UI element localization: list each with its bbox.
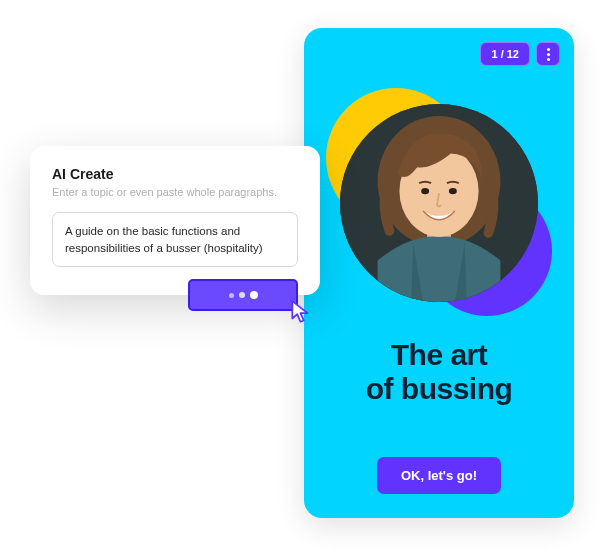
- kebab-menu-button[interactable]: [536, 42, 560, 66]
- start-lesson-button[interactable]: OK, let's go!: [377, 457, 501, 494]
- avatar: [340, 104, 538, 302]
- lesson-title-line1: The art: [304, 338, 574, 372]
- svg-point-4: [421, 188, 429, 194]
- svg-point-5: [449, 188, 457, 194]
- lesson-title: The art of bussing: [304, 338, 574, 405]
- ai-create-panel: AI Create Enter a topic or even paste wh…: [30, 146, 320, 295]
- loading-dot-icon: [250, 291, 258, 299]
- ai-create-subtitle: Enter a topic or even paste whole paragr…: [52, 186, 298, 198]
- ai-create-title: AI Create: [52, 166, 298, 182]
- loading-dot-icon: [239, 292, 245, 298]
- lesson-preview-card: 1 / 12: [304, 28, 574, 518]
- lesson-title-line2: of bussing: [304, 372, 574, 406]
- ai-topic-input[interactable]: A guide on the basic functions and respo…: [52, 212, 298, 267]
- cursor-icon: [288, 299, 314, 325]
- page-counter: 1 / 12: [480, 42, 530, 66]
- ai-generate-button[interactable]: [188, 279, 298, 311]
- lesson-hero-image: [334, 98, 544, 308]
- lesson-top-bar: 1 / 12: [480, 42, 560, 66]
- loading-dot-icon: [229, 293, 234, 298]
